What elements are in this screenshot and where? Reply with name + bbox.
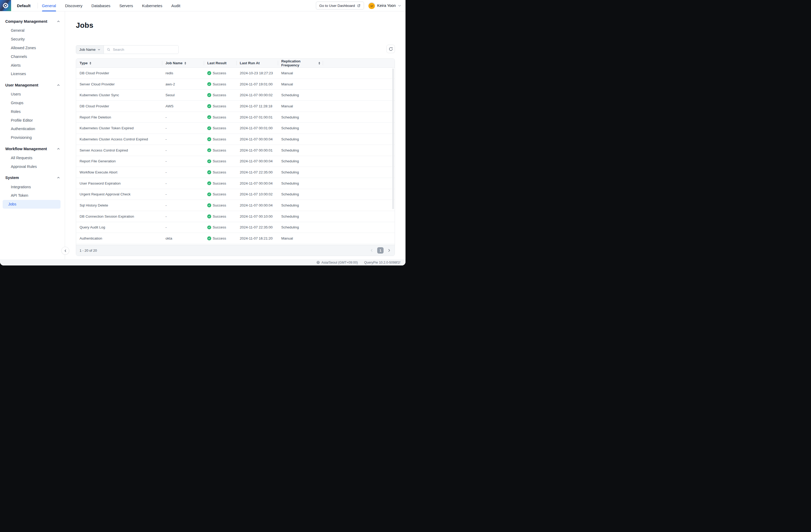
sidebar-item-provisioning[interactable]: Provisioning xyxy=(3,133,61,142)
cell-type: DB Connection Session Expiration xyxy=(76,211,162,222)
refresh-button[interactable] xyxy=(386,45,395,53)
sidebar-item-approval-rules[interactable]: Approval Rules xyxy=(3,162,61,171)
result-label: Success xyxy=(213,203,226,207)
table-row[interactable]: DB Cloud Provider redis Success 2024-10-… xyxy=(76,68,395,79)
nav-tab-databases[interactable]: Databases xyxy=(91,0,110,11)
cell-empty xyxy=(323,79,395,90)
cell-empty xyxy=(323,189,395,200)
filter-field-dropdown[interactable]: Job Name xyxy=(76,45,104,54)
sidebar-item-authentication[interactable]: Authentication xyxy=(3,124,61,133)
sidebar-item-all-requests[interactable]: All Requests xyxy=(3,154,61,162)
cell-empty xyxy=(323,112,395,123)
cell-last-result: Success xyxy=(204,68,236,78)
cell-empty xyxy=(323,156,395,167)
nav-tab-servers[interactable]: Servers xyxy=(120,0,133,11)
filter-row: Job Name xyxy=(76,45,395,54)
sidebar-item-alerts[interactable]: Alerts xyxy=(3,61,61,70)
table-scrollbar-thumb[interactable] xyxy=(392,69,394,209)
timezone-indicator: Asia/Seoul (GMT+09:00) xyxy=(317,261,358,264)
screen: Default GeneralDiscoveryDatabasesServers… xyxy=(0,0,406,266)
sidebar-item-profile-editor[interactable]: Profile Editor xyxy=(3,116,61,124)
result-label: Success xyxy=(213,148,226,152)
sidebar-item-security[interactable]: Security xyxy=(3,35,61,44)
result-label: Success xyxy=(213,126,226,130)
prev-page-button[interactable] xyxy=(370,248,373,252)
sidebar-section: System IntegrationsAPI TokenJobs xyxy=(0,174,65,208)
nav-tab-general[interactable]: General xyxy=(42,0,56,11)
sidebar-collapse-button[interactable] xyxy=(61,247,69,255)
cell-type: Kubernetes Cluster Token Expired xyxy=(76,123,162,134)
cell-last-result: Success xyxy=(204,211,236,222)
nav-tab-kubernetes[interactable]: Kubernetes xyxy=(142,0,162,11)
table-row[interactable]: Sql History Delete - Success 2024-11-07 … xyxy=(76,200,395,211)
cell-empty xyxy=(323,123,395,134)
table-row[interactable]: Urgent Request Approval Check - Success … xyxy=(76,189,395,200)
table-row[interactable]: Kubernetes Cluster Token Expired - Succe… xyxy=(76,123,395,134)
table-row[interactable]: Server Access Control Expired - Success … xyxy=(76,145,395,156)
sidebar-section-header[interactable]: System xyxy=(0,174,65,181)
cell-type: DB Cloud Provider xyxy=(76,101,162,111)
search-icon xyxy=(107,48,110,51)
go-to-user-dashboard-label: Go to User Dashboard xyxy=(319,4,355,7)
querypie-logo[interactable] xyxy=(0,0,11,11)
table-row[interactable]: Authentication okta Success 2024-11-07 1… xyxy=(76,233,395,244)
column-header-type[interactable]: Type xyxy=(76,59,162,67)
table-row[interactable]: Kubernetes Cluster Sync Seoul Success 20… xyxy=(76,90,395,101)
org-switcher[interactable]: Default xyxy=(17,3,31,8)
go-to-user-dashboard-button[interactable]: Go to User Dashboard xyxy=(316,2,364,10)
table-row[interactable]: Kubernetes Cluster Access Control Expire… xyxy=(76,134,395,145)
chevron-left-icon xyxy=(64,249,67,253)
top-navigation-bar: Default GeneralDiscoveryDatabasesServers… xyxy=(0,0,406,11)
cell-job-name: - xyxy=(162,167,204,178)
sidebar-item-channels[interactable]: Channels xyxy=(3,52,61,61)
jobs-table: Type Job Name Last Result Last Run At xyxy=(76,58,395,256)
nav-tab-audit[interactable]: Audit xyxy=(171,0,180,11)
success-check-icon xyxy=(207,170,211,174)
sort-icon xyxy=(184,62,186,64)
sidebar-item-users[interactable]: Users xyxy=(3,90,61,98)
sidebar-item-general[interactable]: General xyxy=(3,26,61,35)
chevron-right-icon xyxy=(387,248,391,252)
result-label: Success xyxy=(213,137,226,141)
cell-type: Report File Deletion xyxy=(76,112,162,123)
table-row[interactable]: Workflow Execute Abort - Success 2024-11… xyxy=(76,167,395,178)
cell-replication-frequency: Scheduling xyxy=(278,156,323,167)
cell-replication-frequency: Scheduling xyxy=(278,222,323,233)
sidebar-item-groups[interactable]: Groups xyxy=(3,98,61,107)
sidebar-item-jobs[interactable]: Jobs xyxy=(3,200,61,209)
next-page-button[interactable] xyxy=(387,248,391,252)
sidebar-item-roles[interactable]: Roles xyxy=(3,107,61,116)
cell-empty xyxy=(323,90,395,101)
sidebar-section-header[interactable]: Company Management xyxy=(0,18,65,25)
cell-type: Report File Generation xyxy=(76,156,162,167)
sidebar-section-header[interactable]: User Management xyxy=(0,82,65,89)
table-row[interactable]: Server Cloud Provider aws-2 Success 2024… xyxy=(76,79,395,90)
cell-replication-frequency: Manual xyxy=(278,233,323,244)
cell-job-name: - xyxy=(162,134,204,145)
sidebar-item-licenses[interactable]: Licenses xyxy=(3,70,61,78)
search-input[interactable] xyxy=(112,47,175,52)
column-header-last-result: Last Result xyxy=(204,59,236,67)
user-menu[interactable]: Keira Yoon xyxy=(368,2,401,9)
sidebar-section-header[interactable]: Workflow Management xyxy=(0,146,65,152)
table-row[interactable]: DB Cloud Provider AWS Success 2024-11-07… xyxy=(76,101,395,112)
table-row[interactable]: DB Connection Session Expiration - Succe… xyxy=(76,211,395,222)
external-link-icon xyxy=(357,4,361,7)
table-row[interactable]: Report File Generation - Success 2024-11… xyxy=(76,156,395,167)
success-check-icon xyxy=(207,159,211,163)
table-row[interactable]: Query Audit Log - Success 2024-11-07 22:… xyxy=(76,222,395,233)
nav-tab-discovery[interactable]: Discovery xyxy=(65,0,82,11)
cell-last-result: Success xyxy=(204,200,236,211)
page-number-button[interactable]: 1 xyxy=(377,247,384,254)
chevron-up-icon xyxy=(57,147,60,150)
table-row[interactable]: User Password Expiration - Success 2024-… xyxy=(76,178,395,189)
column-header-job-name[interactable]: Job Name xyxy=(162,59,204,67)
chevron-down-icon xyxy=(97,48,101,51)
cell-job-name: - xyxy=(162,112,204,123)
sidebar-item-api-token[interactable]: API Token xyxy=(3,191,61,200)
sidebar-item-allowed-zones[interactable]: Allowed Zones xyxy=(3,44,61,52)
table-row[interactable]: Report File Deletion - Success 2024-11-0… xyxy=(76,112,395,123)
result-label: Success xyxy=(213,237,226,240)
column-header-replication-frequency[interactable]: Replication Frequency xyxy=(278,59,323,67)
sidebar-item-integrations[interactable]: Integrations xyxy=(3,182,61,191)
